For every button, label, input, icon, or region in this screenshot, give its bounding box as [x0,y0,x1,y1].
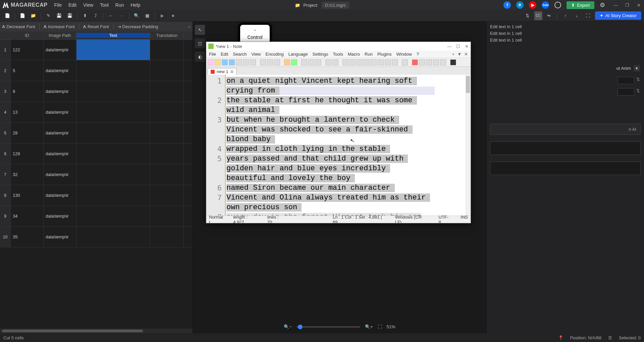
np-menu-run[interactable]: Run [365,52,373,57]
code-area[interactable]: on a quiet night Vincent kept hearing so… [226,75,471,216]
sort-icon[interactable]: ⇅ [523,11,532,20]
notepad-tab[interactable]: new 1 ⊠ [208,68,236,75]
cell-translation[interactable] [150,102,184,122]
export-icon[interactable]: ⤴ [91,11,100,20]
cell-text[interactable] [76,227,150,247]
zalo-icon[interactable]: Zalo [542,1,549,9]
cell-text[interactable] [76,60,150,81]
np-tb-icon[interactable] [332,59,338,65]
cell-image-path[interactable]: data\temp\ir [44,206,76,226]
np-menu-help[interactable]: ? [417,52,419,57]
cc-icon[interactable]: CC [534,11,542,20]
np-tb-icon[interactable] [243,59,249,65]
increase-font-button[interactable]: AIncrease Font [44,24,75,29]
play-icon[interactable]: ▶ [158,11,167,20]
cell-id[interactable]: 130 [11,185,44,206]
np-tb-icon[interactable] [325,59,331,65]
crop-tool-icon[interactable]: ◫ [195,38,205,48]
cell-id[interactable]: 5 [11,60,44,81]
export-button[interactable]: ⬆ Export [567,1,594,9]
youtube-icon[interactable]: ▶ [529,1,536,9]
table-row[interactable]: 3 8 data\temp\ir [0,81,193,102]
table-row[interactable]: 1 122 data\temp\ir [0,40,193,60]
col-translation[interactable]: Translation [150,33,184,38]
cell-translation[interactable] [150,40,184,60]
decrease-font-button[interactable]: ADecrease Font [2,24,35,29]
np-tb-icon[interactable] [364,59,370,65]
more-icon[interactable]: » [188,24,191,29]
prop-input-1[interactable] [618,77,634,84]
project-path[interactable]: D:/c1.mgrc [322,2,350,9]
col-id[interactable]: ID [11,33,44,38]
cell-text[interactable] [76,40,150,60]
ai-translate-button[interactable]: n AI [490,124,641,135]
globe-icon[interactable] [554,2,561,8]
forward-icon[interactable]: → [117,11,126,20]
np-tb-icon[interactable] [440,59,446,65]
stepper-icon[interactable]: ⇅ [636,88,640,96]
cell-translation[interactable] [150,81,184,102]
np-tb-icon[interactable] [426,59,432,65]
cell-translation[interactable] [150,185,184,206]
menu-help[interactable]: Help [131,2,141,8]
search-icon[interactable]: 🔍 [132,11,141,20]
np-tb-icon[interactable] [419,59,425,65]
menu-view[interactable]: View [83,2,93,8]
cell-id[interactable]: 28 [11,123,44,143]
col-text[interactable]: Text [76,33,150,38]
maximize-icon[interactable]: ❐ [625,3,630,8]
settings-icon[interactable]: ⚙ [600,1,605,9]
np-menu-plugins[interactable]: Plugins [377,52,392,57]
cell-text[interactable] [76,206,150,226]
cell-translation[interactable] [150,144,184,164]
np-menu-edit[interactable]: Edit [221,52,228,57]
dropdown-icon[interactable]: ▾ [634,65,640,71]
np-tb-icon[interactable] [357,59,363,65]
cell-image-path[interactable]: data\temp\ir [44,123,76,143]
fit-screen-icon[interactable]: ⛶ [378,324,382,329]
np-tb-icon[interactable] [433,59,439,65]
np-minimize-icon[interactable]: — [447,44,451,49]
table-row[interactable]: 8 130 data\temp\ir [0,185,193,206]
cell-id[interactable]: 34 [11,206,44,226]
up-icon[interactable]: ↑ [561,11,570,20]
decrease-padding-button[interactable]: ⇥Decrease Padding [117,24,158,29]
menu-run[interactable]: Run [115,2,124,8]
np-dropdown-icon[interactable]: ▼ [457,52,462,57]
np-maximize-icon[interactable]: ☐ [456,44,460,49]
grid-icon[interactable]: ▦ [143,11,152,20]
np-tb-icon[interactable] [392,59,398,65]
cell-id[interactable]: 32 [11,164,44,185]
right-panel-box-1[interactable] [490,141,641,155]
np-menu-view[interactable]: View [252,52,261,57]
table-row[interactable]: 2 5 data\temp\ir [0,60,193,81]
open-folder-icon[interactable]: 📁 [29,11,38,20]
np-tb-icon[interactable] [412,59,418,65]
np-tb-icon[interactable] [378,59,384,65]
cell-image-path[interactable]: data\temp\ir [44,185,76,206]
reset-font-button[interactable]: AReset Font [83,24,109,29]
cell-id[interactable]: 122 [11,40,44,60]
np-menu-settings[interactable]: Settings [313,52,328,57]
table-row[interactable]: 6 129 data\temp\ir [0,144,193,164]
np-tb-icon[interactable] [342,59,348,65]
np-menu-window[interactable]: Window [396,52,412,57]
np-close-icon[interactable]: ✕ [465,44,469,49]
menu-tool[interactable]: Tool [100,2,109,8]
close-icon[interactable]: ✕ [636,3,641,8]
cell-text[interactable] [76,81,150,102]
np-menu-language[interactable]: Language [288,52,308,57]
cell-image-path[interactable]: data\temp\ir [44,164,76,185]
new-file-icon[interactable]: 📄 [3,11,12,20]
save-icon[interactable]: 💾 [54,11,64,20]
save-all-icon[interactable]: 💾 [65,11,74,20]
np-menu-encoding[interactable]: Encoding [266,52,284,57]
fit-icon[interactable]: ⛶ [584,11,593,20]
minimize-icon[interactable]: — [613,3,619,8]
tool-3-icon[interactable]: ◐ [195,52,205,62]
cell-id[interactable]: 35 [11,227,44,247]
notepad-editor[interactable]: 1 2 3 4 5 6 7 8 on a quiet night Vincent… [206,75,471,216]
horizontal-scrollbar[interactable] [0,329,193,333]
import-icon[interactable]: ⬆ [80,11,90,20]
tab-close-icon[interactable]: ⊠ [230,69,233,74]
